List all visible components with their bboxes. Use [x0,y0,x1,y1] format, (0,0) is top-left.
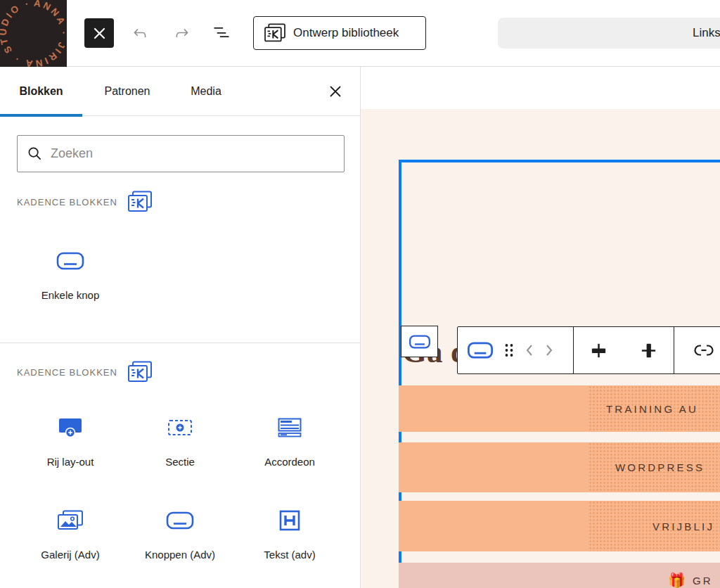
sibling-block-indicator[interactable] [401,326,438,357]
circular-logo-icon: ANNA · JIRINA · STUDIO · [0,0,67,67]
bar-label: TRAINING AU [606,403,698,415]
editor-canvas[interactable]: Ga di TRAINING AU WORDPRESS VRIJBLIJ 🎁 G… [361,67,720,588]
design-library-button[interactable]: Ontwerp bibliotheek [253,16,426,50]
search-input[interactable] [51,146,334,161]
move-left-button[interactable] [525,344,534,357]
chevron-right-icon [544,344,554,357]
block-item-galerij-adv[interactable]: Galerij (Adv) [15,508,125,561]
tab-patronen[interactable]: Patronen [82,67,172,116]
kadence-brand-icon [127,361,153,383]
content-bar-vrijblijvend[interactable]: VRIJBLIJ [399,501,720,551]
vertical-size-button[interactable] [639,341,658,360]
section-header-kadence-a: KADENCE BLOKKEN [17,191,153,213]
toolbar-group-block [458,327,574,373]
panel-divider [0,343,361,343]
undo-icon [131,24,149,42]
block-item-label: Accordeon [264,456,315,468]
gallery-icon [57,508,84,533]
document-title-text: Links [693,18,720,49]
block-item-accordeon[interactable]: Accordeon [235,415,345,468]
block-item-label: Sectie [165,456,195,468]
drag-handle[interactable] [503,343,515,358]
bar-label: VRIJBLIJ [652,520,714,532]
content-bar-gratis[interactable]: 🎁 GR [399,563,720,588]
accordion-icon [278,415,302,440]
bar-content: 🎁 GR [668,572,713,588]
section-icon [167,415,193,440]
drag-dots-icon [503,343,515,358]
inserter-tabs: Blokken Patronen Media [0,67,360,116]
editor-top-bar: ANNA · JIRINA · STUDIO · [0,0,720,67]
block-type-button[interactable] [467,342,494,359]
block-item-rij-lay-out[interactable]: Rij lay-out [15,415,125,468]
tab-media[interactable]: Media [172,67,240,116]
block-item-label: Rij lay-out [47,456,94,468]
single-button-icon [409,335,431,349]
block-item-label: Galerij (Adv) [41,549,99,561]
block-inserter-panel: Blokken Patronen Media KADENCE BLOKKEN [0,67,361,588]
toolbar-group-link [674,327,720,373]
list-view-icon [212,23,231,43]
document-overview-button[interactable] [212,23,231,43]
redo-button[interactable] [172,23,192,43]
gift-emoji: 🎁 [668,572,686,588]
move-right-button[interactable] [544,344,554,357]
document-title-bar[interactable]: Links [498,18,720,49]
block-item-label: Enkele knop [41,289,100,301]
chevron-left-icon [525,344,534,357]
section-title: KADENCE BLOKKEN [17,367,117,378]
toggle-block-inserter-button[interactable] [84,18,114,48]
close-icon [329,85,342,98]
buttons-icon [166,508,194,533]
block-item-enkele-knop[interactable]: Enkele knop [15,248,125,301]
bar-label: GR [693,575,713,587]
block-toolbar [457,326,720,374]
kadence-brand-icon [127,191,153,213]
editor-screen: ANNA · JIRINA · STUDIO · [0,0,720,588]
block-item-label: Tekst (adv) [264,549,315,561]
close-inserter-panel-button[interactable] [326,82,345,101]
plus-horizontal-icon [589,341,608,360]
design-library-label: Ontwerp bibliotheek [293,26,399,40]
heading-text-icon [279,508,300,533]
single-button-icon [467,342,494,359]
horizontal-size-button[interactable] [589,341,608,360]
search-icon [27,146,42,161]
block-item-tekst-adv[interactable]: Tekst (adv) [235,508,345,561]
single-button-icon [56,248,84,274]
close-icon [94,27,105,39]
undo-button[interactable] [130,23,150,43]
plus-vertical-icon [639,341,658,360]
section-header-kadence-b: KADENCE BLOKKEN [17,361,153,383]
kadence-library-icon [264,23,286,43]
block-item-label: Knoppen (Adv) [145,549,215,561]
link-icon [694,344,714,357]
block-item-sectie[interactable]: Sectie [125,415,235,468]
block-search-box [17,135,345,172]
row-layout-icon [58,415,83,440]
toolbar-group-sizing [574,327,674,373]
bar-label: WORDPRESS [615,461,705,473]
redo-icon [173,24,191,42]
section-title: KADENCE BLOKKEN [17,197,117,207]
tab-blokken[interactable]: Blokken [0,67,82,116]
site-logo[interactable]: ANNA · JIRINA · STUDIO · [0,0,67,67]
content-bar-wordpress[interactable]: WORDPRESS [399,442,720,492]
link-button[interactable] [694,344,714,357]
content-bar-training[interactable]: TRAINING AU [399,385,720,432]
block-item-knoppen-adv[interactable]: Knoppen (Adv) [125,508,235,561]
